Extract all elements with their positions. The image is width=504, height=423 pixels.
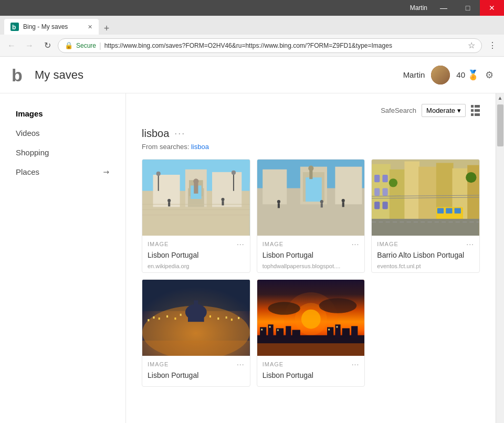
card-type-row-2: IMAGE ···	[377, 240, 474, 248]
svg-rect-52	[383, 202, 388, 209]
bookmark-icon[interactable]: ☆	[468, 40, 475, 50]
sidebar-item-places-label: Places	[16, 167, 39, 176]
svg-rect-93	[260, 327, 266, 338]
browser-scrollbar[interactable]: ▲	[496, 93, 504, 423]
image-card-3[interactable]: IMAGE ··· Lisbon Portugal	[142, 279, 250, 387]
svg-rect-27	[335, 167, 362, 205]
svg-rect-106	[336, 326, 338, 328]
settings-icon[interactable]: ⚙	[485, 69, 494, 81]
svg-rect-103	[269, 326, 270, 328]
card-title-1: Lisbon Portugal	[262, 250, 360, 260]
safesearch-dropdown[interactable]: Moderate ▾	[422, 104, 466, 117]
secure-label: Secure	[76, 42, 96, 49]
card-more-button-0[interactable]: ···	[237, 240, 245, 248]
refresh-button[interactable]: ↻	[40, 38, 55, 53]
card-more-button-4[interactable]: ···	[352, 360, 360, 368]
svg-rect-34	[278, 203, 280, 208]
bing-favicon: b	[10, 23, 19, 31]
svg-rect-36	[342, 202, 344, 207]
scroll-up-button[interactable]: ▲	[496, 93, 505, 102]
svg-rect-72	[174, 318, 176, 320]
addressbar: ← → ↻ 🔒 Secure | https://www.bing.com/sa…	[0, 35, 504, 57]
svg-rect-51	[374, 202, 380, 209]
back-button[interactable]: ←	[4, 38, 19, 53]
minimize-button[interactable]: —	[432, 0, 456, 16]
svg-rect-6	[212, 172, 242, 207]
view-icon-sq2	[471, 109, 474, 112]
image-card-0[interactable]: IMAGE ··· Lisbon Portugal en.wikipedia.o…	[142, 159, 250, 273]
svg-rect-68	[148, 319, 149, 321]
url-divider: |	[99, 41, 101, 50]
collection-more-button[interactable]: ···	[174, 128, 185, 139]
card-meta-0: IMAGE ··· Lisbon Portugal en.wikipedia.o…	[142, 236, 250, 272]
from-searches-label: From searches:	[142, 143, 189, 151]
avatar[interactable]	[431, 66, 450, 84]
safesearch-value: Moderate	[426, 107, 455, 114]
card-type-1: IMAGE	[262, 241, 284, 247]
new-tab-button[interactable]: +	[99, 22, 114, 35]
sidebar-item-videos[interactable]: Videos	[0, 123, 125, 143]
from-searches-link[interactable]: lisboa	[191, 143, 209, 151]
svg-point-37	[320, 200, 323, 203]
card-title-4: Lisbon Portugal	[262, 371, 360, 380]
image-card-4[interactable]: IMAGE ··· Lisbon Portugal	[257, 279, 365, 387]
maximize-button[interactable]: □	[456, 0, 480, 16]
from-searches: From searches: lisboa	[142, 143, 480, 151]
card-type-row-0: IMAGE ···	[148, 240, 245, 248]
svg-point-20	[167, 199, 171, 202]
dropdown-arrow-icon: ▾	[457, 107, 461, 114]
svg-text:b: b	[12, 66, 23, 84]
sidebar-item-images[interactable]: Images	[0, 104, 125, 123]
view-icon-rect1	[475, 105, 480, 108]
sidebar-item-shopping-label: Shopping	[16, 148, 49, 157]
view-icon-line-1	[471, 105, 480, 108]
svg-rect-5	[153, 175, 180, 207]
svg-rect-100	[342, 329, 349, 338]
view-icon-sq3	[471, 113, 474, 116]
svg-rect-77	[209, 315, 211, 318]
svg-point-91	[319, 298, 356, 313]
user-name: Martin	[403, 70, 425, 79]
medal-icon: 🏅	[467, 69, 479, 81]
card-more-button-2[interactable]: ···	[466, 240, 474, 248]
svg-point-33	[277, 200, 280, 203]
card-more-button-3[interactable]: ···	[237, 360, 245, 368]
forward-button[interactable]: →	[22, 38, 37, 53]
tabbar: b Bing - My saves ✕ +	[0, 16, 504, 35]
card-more-button-1[interactable]: ···	[352, 240, 360, 248]
sidebar: Images Videos Shopping Places ↗	[0, 93, 126, 423]
bing-logo: b My saves	[10, 66, 83, 84]
sidebar-item-places[interactable]: Places ↗	[0, 162, 125, 182]
tab-close-button[interactable]: ✕	[88, 24, 92, 30]
lisbon4-svg	[142, 280, 250, 356]
browser-menu-button[interactable]: ⋮	[485, 38, 500, 53]
content-toolbar: SafeSearch Moderate ▾	[142, 104, 480, 117]
close-button[interactable]: ✕	[480, 0, 504, 16]
image-card-2[interactable]: IMAGE ··· Barrio Alto Lisbon Portugal ev…	[371, 159, 480, 273]
image-card-1[interactable]: IMAGE ··· Lisbon Portugal tophdwallpaper…	[257, 159, 365, 273]
svg-rect-82	[142, 341, 250, 356]
lock-icon: 🔒	[65, 41, 73, 49]
sidebar-item-shopping[interactable]: Shopping	[0, 143, 125, 162]
image-thumb-1	[257, 160, 365, 236]
view-toggle-icon[interactable]	[471, 105, 480, 116]
collection-name: lisboa	[142, 128, 169, 140]
svg-rect-69	[153, 316, 154, 319]
card-title-0: Lisbon Portugal	[148, 250, 245, 260]
svg-point-19	[232, 171, 236, 175]
titlebar-user: Martin	[410, 4, 427, 12]
svg-text:b: b	[12, 24, 16, 31]
image-thumb-2	[372, 160, 479, 236]
url-bar[interactable]: 🔒 Secure | https://www.bing.com/saves?FO…	[58, 38, 482, 53]
svg-rect-58	[455, 208, 461, 213]
card-source-2: eventos.fct.unl.pt	[377, 263, 474, 269]
scrollbar-thumb[interactable]	[497, 104, 503, 146]
card-title-3: Lisbon Portugal	[148, 371, 245, 380]
active-tab[interactable]: b Bing - My saves ✕	[4, 19, 99, 35]
svg-rect-71	[166, 315, 168, 318]
card-title-2: Barrio Alto Lisbon Portugal	[377, 250, 474, 260]
svg-point-15	[193, 178, 198, 184]
svg-rect-97	[292, 330, 300, 338]
svg-rect-49	[374, 188, 380, 196]
svg-rect-57	[446, 208, 453, 213]
